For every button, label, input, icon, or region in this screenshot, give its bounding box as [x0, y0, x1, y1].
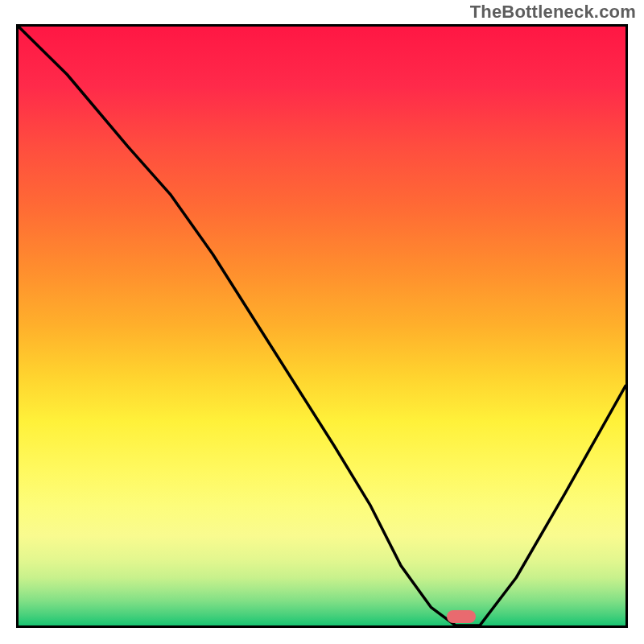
plot-area: [16, 24, 628, 628]
watermark-text: TheBottleneck.com: [470, 2, 636, 23]
optimal-marker: [447, 610, 476, 623]
chart-frame: TheBottleneck.com: [0, 0, 644, 644]
bottleneck-curve: [19, 27, 625, 625]
